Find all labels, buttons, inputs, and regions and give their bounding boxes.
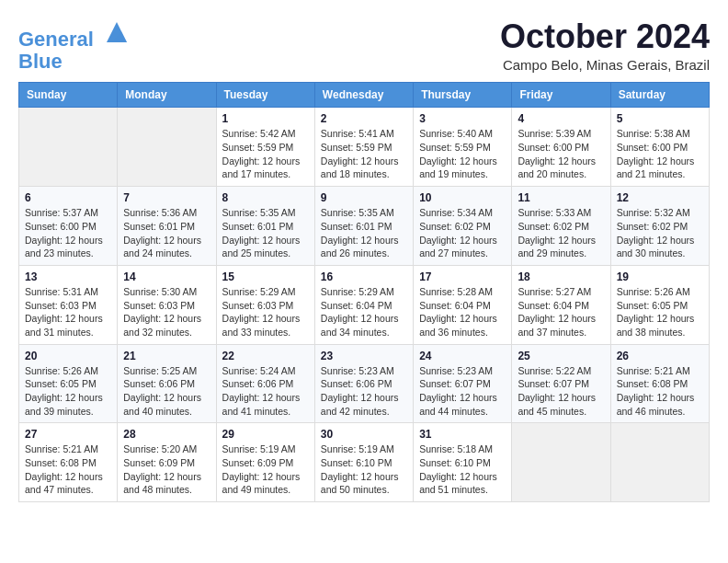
day-info: Sunrise: 5:40 AMSunset: 5:59 PMDaylight:… (419, 127, 506, 181)
day-number: 23 (321, 350, 407, 362)
day-number: 22 (222, 350, 309, 362)
calendar-cell: 23Sunrise: 5:23 AMSunset: 6:06 PMDayligh… (314, 344, 413, 423)
day-number: 10 (419, 191, 506, 204)
logo-icon (103, 18, 131, 46)
day-info: Sunrise: 5:37 AMSunset: 6:00 PMDaylight:… (25, 206, 111, 260)
calendar-cell: 3Sunrise: 5:40 AMSunset: 5:59 PMDaylight… (414, 108, 512, 187)
calendar-cell: 25Sunrise: 5:22 AMSunset: 6:07 PMDayligh… (512, 344, 610, 423)
day-info: Sunrise: 5:19 AMSunset: 6:09 PMDaylight:… (222, 442, 309, 497)
weekday-header-wednesday: Wednesday (314, 83, 413, 108)
day-number: 28 (123, 428, 210, 441)
day-number: 6 (25, 191, 111, 204)
day-number: 14 (123, 270, 210, 283)
calendar-cell: 31Sunrise: 5:18 AMSunset: 6:10 PMDayligh… (414, 423, 512, 502)
calendar-cell: 16Sunrise: 5:29 AMSunset: 6:04 PMDayligh… (314, 265, 413, 344)
day-info: Sunrise: 5:24 AMSunset: 6:06 PMDaylight:… (222, 364, 309, 419)
day-info: Sunrise: 5:20 AMSunset: 6:09 PMDaylight:… (123, 442, 210, 497)
day-number: 1 (222, 112, 309, 125)
day-info: Sunrise: 5:39 AMSunset: 6:00 PMDaylight:… (518, 127, 604, 181)
day-number: 29 (222, 428, 309, 441)
day-info: Sunrise: 5:22 AMSunset: 6:07 PMDaylight:… (518, 364, 604, 419)
day-info: Sunrise: 5:35 AMSunset: 6:01 PMDaylight:… (321, 206, 407, 260)
calendar-cell: 14Sunrise: 5:30 AMSunset: 6:03 PMDayligh… (118, 265, 216, 344)
calendar-cell: 1Sunrise: 5:42 AMSunset: 5:59 PMDaylight… (216, 108, 314, 187)
day-info: Sunrise: 5:33 AMSunset: 6:02 PMDaylight:… (518, 206, 604, 260)
day-info: Sunrise: 5:30 AMSunset: 6:03 PMDaylight:… (123, 285, 210, 339)
day-number: 21 (123, 350, 210, 362)
day-number: 17 (419, 270, 506, 283)
calendar-cell: 26Sunrise: 5:21 AMSunset: 6:08 PMDayligh… (610, 344, 709, 423)
logo-text: General (18, 18, 131, 51)
day-info: Sunrise: 5:41 AMSunset: 5:59 PMDaylight:… (321, 127, 407, 181)
day-info: Sunrise: 5:23 AMSunset: 6:06 PMDaylight:… (321, 364, 407, 419)
calendar-week-row: 1Sunrise: 5:42 AMSunset: 5:59 PMDaylight… (19, 108, 710, 187)
day-info: Sunrise: 5:35 AMSunset: 6:01 PMDaylight:… (222, 206, 309, 260)
day-info: Sunrise: 5:23 AMSunset: 6:07 PMDaylight:… (419, 364, 506, 419)
day-number: 18 (518, 270, 604, 283)
calendar-cell: 8Sunrise: 5:35 AMSunset: 6:01 PMDaylight… (216, 187, 314, 266)
calendar-week-row: 6Sunrise: 5:37 AMSunset: 6:00 PMDaylight… (19, 187, 710, 266)
calendar-week-row: 27Sunrise: 5:21 AMSunset: 6:08 PMDayligh… (19, 423, 710, 502)
day-number: 9 (321, 191, 407, 204)
calendar-cell (118, 108, 216, 187)
day-info: Sunrise: 5:29 AMSunset: 6:04 PMDaylight:… (321, 285, 407, 339)
day-number: 12 (617, 191, 703, 204)
calendar-cell: 21Sunrise: 5:25 AMSunset: 6:06 PMDayligh… (118, 344, 216, 423)
day-number: 13 (25, 270, 111, 283)
title-area: October 2024 Campo Belo, Minas Gerais, B… (500, 18, 710, 73)
calendar-cell: 11Sunrise: 5:33 AMSunset: 6:02 PMDayligh… (512, 187, 610, 266)
calendar-cell: 22Sunrise: 5:24 AMSunset: 6:06 PMDayligh… (216, 344, 314, 423)
day-info: Sunrise: 5:29 AMSunset: 6:03 PMDaylight:… (222, 285, 309, 339)
day-info: Sunrise: 5:34 AMSunset: 6:02 PMDaylight:… (419, 206, 506, 260)
day-info: Sunrise: 5:31 AMSunset: 6:03 PMDaylight:… (25, 285, 111, 339)
calendar-cell: 2Sunrise: 5:41 AMSunset: 5:59 PMDaylight… (314, 108, 413, 187)
day-info: Sunrise: 5:21 AMSunset: 6:08 PMDaylight:… (617, 364, 703, 419)
calendar-cell: 20Sunrise: 5:26 AMSunset: 6:05 PMDayligh… (19, 344, 118, 423)
calendar-cell: 28Sunrise: 5:20 AMSunset: 6:09 PMDayligh… (118, 423, 216, 502)
weekday-header-thursday: Thursday (414, 83, 512, 108)
logo-general: General (18, 28, 94, 51)
day-number: 24 (419, 350, 506, 362)
day-number: 4 (518, 112, 604, 125)
day-info: Sunrise: 5:28 AMSunset: 6:04 PMDaylight:… (419, 285, 506, 339)
day-info: Sunrise: 5:32 AMSunset: 6:02 PMDaylight:… (617, 206, 703, 260)
day-number: 30 (321, 428, 407, 441)
logo: General Blue (18, 18, 131, 73)
calendar-cell: 13Sunrise: 5:31 AMSunset: 6:03 PMDayligh… (19, 265, 118, 344)
day-info: Sunrise: 5:36 AMSunset: 6:01 PMDaylight:… (123, 206, 210, 260)
day-info: Sunrise: 5:25 AMSunset: 6:06 PMDaylight:… (123, 364, 210, 419)
calendar-cell (512, 423, 610, 502)
weekday-header-monday: Monday (118, 83, 216, 108)
calendar-cell: 17Sunrise: 5:28 AMSunset: 6:04 PMDayligh… (414, 265, 512, 344)
calendar-cell: 12Sunrise: 5:32 AMSunset: 6:02 PMDayligh… (610, 187, 709, 266)
location: Campo Belo, Minas Gerais, Brazil (500, 57, 710, 73)
day-number: 3 (419, 112, 506, 125)
calendar-cell: 29Sunrise: 5:19 AMSunset: 6:09 PMDayligh… (216, 423, 314, 502)
day-info: Sunrise: 5:26 AMSunset: 6:05 PMDaylight:… (25, 364, 111, 419)
day-info: Sunrise: 5:21 AMSunset: 6:08 PMDaylight:… (25, 442, 111, 497)
weekday-header-friday: Friday (512, 83, 610, 108)
weekday-header-row: SundayMondayTuesdayWednesdayThursdayFrid… (19, 83, 710, 108)
weekday-header-tuesday: Tuesday (216, 83, 314, 108)
calendar-cell: 15Sunrise: 5:29 AMSunset: 6:03 PMDayligh… (216, 265, 314, 344)
day-number: 16 (321, 270, 407, 283)
calendar-cell: 7Sunrise: 5:36 AMSunset: 6:01 PMDaylight… (118, 187, 216, 266)
day-info: Sunrise: 5:42 AMSunset: 5:59 PMDaylight:… (222, 127, 309, 181)
day-info: Sunrise: 5:38 AMSunset: 6:00 PMDaylight:… (617, 127, 703, 181)
calendar-cell: 4Sunrise: 5:39 AMSunset: 6:00 PMDaylight… (512, 108, 610, 187)
calendar-cell: 19Sunrise: 5:26 AMSunset: 6:05 PMDayligh… (610, 265, 709, 344)
day-info: Sunrise: 5:26 AMSunset: 6:05 PMDaylight:… (617, 285, 703, 339)
calendar-cell: 18Sunrise: 5:27 AMSunset: 6:04 PMDayligh… (512, 265, 610, 344)
day-number: 20 (25, 350, 111, 362)
day-info: Sunrise: 5:18 AMSunset: 6:10 PMDaylight:… (419, 442, 506, 497)
day-number: 2 (321, 112, 407, 125)
calendar-cell (19, 108, 118, 187)
calendar-cell: 10Sunrise: 5:34 AMSunset: 6:02 PMDayligh… (414, 187, 512, 266)
day-info: Sunrise: 5:19 AMSunset: 6:10 PMDaylight:… (321, 442, 407, 497)
calendar-cell: 9Sunrise: 5:35 AMSunset: 6:01 PMDaylight… (314, 187, 413, 266)
weekday-header-sunday: Sunday (19, 83, 118, 108)
calendar-cell: 27Sunrise: 5:21 AMSunset: 6:08 PMDayligh… (19, 423, 118, 502)
day-info: Sunrise: 5:27 AMSunset: 6:04 PMDaylight:… (518, 285, 604, 339)
calendar-week-row: 20Sunrise: 5:26 AMSunset: 6:05 PMDayligh… (19, 344, 710, 423)
day-number: 15 (222, 270, 309, 283)
